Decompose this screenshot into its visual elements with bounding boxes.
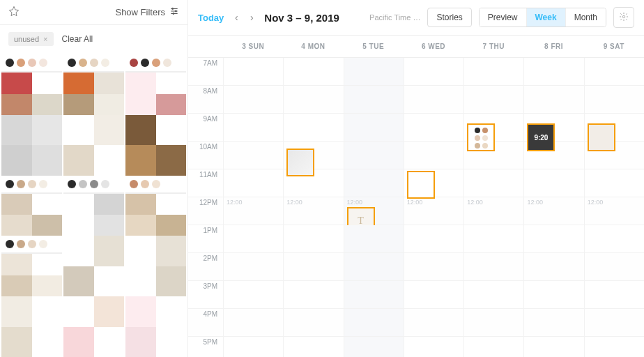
calendar-cell[interactable]: [223, 337, 283, 357]
timezone-label[interactable]: Pacific Time …: [369, 13, 420, 22]
calendar-cell[interactable]: [523, 169, 583, 197]
media-item[interactable]: [125, 115, 186, 176]
month-tab[interactable]: Month: [566, 8, 606, 26]
today-button[interactable]: Today: [198, 13, 224, 23]
calendar-cell[interactable]: [463, 169, 523, 197]
calendar-cell[interactable]: [584, 253, 644, 280]
calendar-cell[interactable]: 12:00: [584, 197, 644, 225]
calendar-cell[interactable]: [283, 86, 343, 113]
chevron-right-icon[interactable]: ›: [246, 12, 257, 23]
calendar-cell[interactable]: [404, 142, 463, 169]
calendar-cell[interactable]: [223, 58, 283, 85]
calendar-cell[interactable]: [584, 58, 644, 85]
calendar-cell[interactable]: [523, 281, 583, 308]
calendar-cell[interactable]: [463, 309, 523, 336]
calendar-cell[interactable]: 12:00: [523, 197, 583, 225]
calendar-cell[interactable]: [283, 309, 343, 336]
calendar-cell[interactable]: [463, 225, 523, 252]
calendar-cell[interactable]: [584, 281, 644, 308]
scheduled-post[interactable]: ⟳Auto: [407, 171, 435, 199]
calendar-cell[interactable]: [584, 169, 644, 197]
calendar-cell[interactable]: [283, 225, 343, 252]
calendar-cell[interactable]: 12:00⟳AutoT: [344, 197, 404, 225]
calendar-cell[interactable]: [523, 309, 583, 336]
calendar-cell[interactable]: [223, 253, 283, 280]
calendar-cell[interactable]: [344, 142, 404, 169]
calendar-cell[interactable]: [463, 253, 523, 280]
calendar-cell[interactable]: [584, 309, 644, 336]
calendar-cell[interactable]: [523, 86, 583, 113]
calendar-cell[interactable]: [523, 58, 583, 85]
media-item[interactable]: [1, 54, 62, 115]
calendar-cell[interactable]: [283, 169, 343, 197]
media-item[interactable]: [125, 296, 186, 357]
calendar-cell[interactable]: [283, 58, 343, 85]
calendar-cell[interactable]: [283, 253, 343, 280]
calendar-cell[interactable]: [223, 309, 283, 336]
media-item[interactable]: [1, 115, 62, 176]
calendar-cell[interactable]: [523, 253, 583, 280]
calendar-cell[interactable]: [404, 337, 463, 357]
calendar-cell[interactable]: [223, 142, 283, 169]
calendar-cell[interactable]: [404, 281, 463, 308]
calendar-cell[interactable]: [523, 225, 583, 252]
calendar-cell[interactable]: ⟳Auto: [463, 114, 523, 141]
show-filters-button[interactable]: Show Filters: [115, 6, 179, 18]
calendar-cell[interactable]: [344, 114, 404, 141]
calendar-cell[interactable]: [223, 281, 283, 308]
media-item[interactable]: [125, 54, 186, 115]
calendar-cell[interactable]: [283, 114, 343, 141]
calendar-cell[interactable]: [404, 253, 463, 280]
calendar-cell[interactable]: ⟳Auto: [404, 169, 463, 197]
calendar-cell[interactable]: [463, 142, 523, 169]
calendar-cell[interactable]: [344, 58, 404, 85]
media-item[interactable]: [125, 236, 186, 296]
calendar-cell[interactable]: [584, 142, 644, 169]
calendar-cell[interactable]: [584, 337, 644, 357]
calendar-cell[interactable]: [404, 225, 463, 252]
filter-tag-unused[interactable]: unused ×: [8, 32, 54, 46]
media-item[interactable]: [63, 115, 124, 176]
calendar-cell[interactable]: [223, 169, 283, 197]
calendar-cell[interactable]: [344, 337, 404, 357]
calendar-cell[interactable]: [463, 281, 523, 308]
media-item[interactable]: [125, 176, 186, 236]
calendar-cell[interactable]: [404, 86, 463, 113]
calendar-cell[interactable]: [404, 58, 463, 85]
calendar-cell[interactable]: [344, 309, 404, 336]
calendar-cell[interactable]: [523, 142, 583, 169]
stories-button[interactable]: Stories: [427, 8, 471, 27]
calendar-cell[interactable]: [344, 169, 404, 197]
calendar-cell[interactable]: [223, 86, 283, 113]
media-item[interactable]: [1, 296, 62, 357]
calendar-cell[interactable]: [283, 281, 343, 308]
calendar-cell[interactable]: [584, 225, 644, 252]
chevron-left-icon[interactable]: ‹: [231, 12, 242, 23]
calendar-cell[interactable]: 12:00: [283, 197, 343, 225]
media-item[interactable]: [63, 296, 124, 357]
star-icon[interactable]: [8, 6, 20, 19]
calendar-cell[interactable]: [463, 337, 523, 357]
close-icon[interactable]: ×: [43, 35, 47, 43]
clear-all-button[interactable]: Clear All: [62, 34, 93, 44]
calendar-cell[interactable]: 12:00: [223, 197, 283, 225]
calendar-cell[interactable]: [344, 86, 404, 113]
calendar-cell[interactable]: [584, 86, 644, 113]
calendar-grid[interactable]: 7AM8AM9AM⟳Auto⟳Auto9:20⟳Auto10AM⟳Auto11A…: [188, 58, 644, 357]
calendar-cell[interactable]: 12:00: [404, 197, 463, 225]
calendar-cell[interactable]: [463, 86, 523, 113]
calendar-cell[interactable]: 12:00: [463, 197, 523, 225]
week-tab[interactable]: Week: [527, 8, 566, 26]
calendar-cell[interactable]: ⟳Auto: [584, 114, 644, 141]
calendar-cell[interactable]: [223, 114, 283, 141]
media-item[interactable]: [63, 176, 124, 236]
media-item[interactable]: [63, 236, 124, 296]
calendar-cell[interactable]: [344, 225, 404, 252]
preview-tab[interactable]: Preview: [480, 8, 527, 26]
calendar-cell[interactable]: [344, 281, 404, 308]
calendar-cell[interactable]: ⟳Auto: [283, 142, 343, 169]
calendar-cell[interactable]: ⟳Auto9:20: [523, 114, 583, 141]
calendar-cell[interactable]: [344, 253, 404, 280]
media-item[interactable]: [1, 236, 62, 296]
calendar-cell[interactable]: [404, 309, 463, 336]
